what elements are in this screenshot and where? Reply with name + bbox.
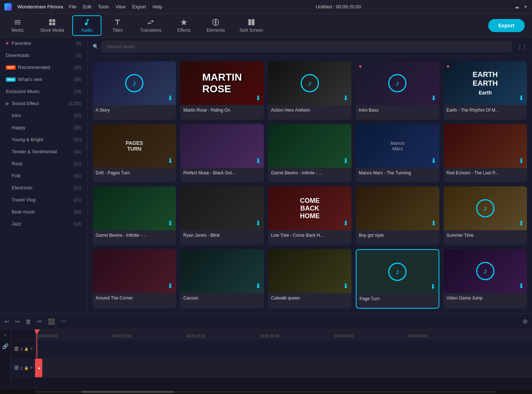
download-icon[interactable]: ⬇ (518, 94, 524, 102)
add-track-icon[interactable]: + (4, 332, 7, 338)
audio-tab[interactable]: Audio (72, 15, 101, 36)
menu-edit[interactable]: Edit (83, 4, 91, 9)
download-icon[interactable]: ⬇ (430, 283, 436, 291)
media-tab[interactable]: Media (3, 16, 32, 35)
menu-help[interactable]: Help (153, 4, 162, 9)
download-icon[interactable]: ⬇ (255, 219, 261, 227)
audio-card-summer[interactable]: ♪⬇Summer Time (444, 186, 527, 245)
sidebar-item-young-bright[interactable]: Young & Bright (41) (0, 134, 87, 146)
track-3-lock-icon[interactable]: 🔒 (24, 347, 28, 351)
audio-card-around[interactable]: ⬇Around The Corner (93, 249, 176, 309)
timeline-settings-button[interactable]: ⚙ (523, 318, 528, 325)
download-icon[interactable]: ⬇ (167, 94, 173, 102)
settings-icon[interactable]: ✦ (524, 4, 528, 9)
sidebar-item-whats-new[interactable]: New What's new (59) (0, 73, 87, 85)
sidebar-item-exclusive[interactable]: Exclusive Music (19) (0, 85, 87, 97)
download-icon[interactable]: ⬇ (431, 157, 436, 165)
menu-file[interactable]: File (69, 4, 77, 9)
sidebar-item-beat[interactable]: Beat music (20) (0, 206, 87, 218)
redo-button[interactable]: ↪ (15, 318, 20, 325)
download-icon[interactable]: ⬇ (167, 219, 173, 227)
search-input[interactable] (101, 41, 512, 52)
grid-toggle-icon[interactable]: ⋮⋮ (517, 44, 527, 49)
sidebar-item-folk[interactable]: Folk (31) (0, 170, 87, 182)
sidebar-item-travel[interactable]: Travel Vlog (21) (0, 194, 87, 206)
audio-card-martin[interactable]: MARTINROSE⬇Martin Rose - Riding On (180, 61, 263, 120)
audio-card-garret[interactable]: ⬇Garret Bevins - Infinite - ... (268, 124, 351, 182)
track-2-num: 2 (20, 366, 23, 370)
download-icon[interactable]: ⬇ (518, 282, 524, 290)
track-3-eye-icon[interactable]: 👁 (30, 347, 34, 351)
audio-card-lowtree[interactable]: COMEBACKHOME⬇Low Tree - Come Back H... (268, 186, 351, 245)
download-icon[interactable]: ⬇ (343, 94, 348, 102)
audio-card-redechoes[interactable]: ⬇Red Echoes - The Last P... (444, 124, 527, 182)
effects-tab[interactable]: Effects (169, 16, 198, 35)
delete-button[interactable]: 🗑 (26, 318, 31, 325)
sidebar-item-sound-effect[interactable]: ▶ Sound Effect (1105) (0, 97, 87, 109)
sidebar-collapse-button[interactable]: ◀ (86, 143, 88, 151)
sidebar-item-jazz[interactable]: Jazz (13) (0, 218, 87, 230)
svg-rect-3 (53, 22, 55, 25)
track-row-3[interactable] (35, 340, 532, 359)
audio-card-cacoun[interactable]: ⬇Cacoun (180, 249, 263, 309)
titles-tab[interactable]: Titles (103, 16, 132, 35)
transitions-tab[interactable]: Transitions (134, 16, 168, 35)
audio-card-earth[interactable]: EARTHEARTHEarth♥⬇Earth - The Rhythm Of M… (444, 61, 527, 120)
sidebar-item-intro[interactable]: Intro (22) (0, 109, 87, 121)
split-screen-tab[interactable]: Split Screen (233, 16, 270, 35)
export-button[interactable]: Export (488, 19, 525, 32)
link-icon[interactable]: 🔗 (2, 343, 8, 349)
audio-card-perfectmuse[interactable]: ⬇Perfect Muse - Black Gol... (180, 124, 263, 182)
sidebar-item-electronic[interactable]: Electronic (21) (0, 182, 87, 194)
menu-export[interactable]: Export (132, 4, 146, 9)
download-icon[interactable]: ⬇ (343, 282, 348, 290)
download-icon[interactable]: ⬇ (255, 282, 261, 290)
sidebar-item-happy[interactable]: Happy (35) (0, 121, 87, 134)
sidebar-item-tender[interactable]: Tender & Sentimental (34) (0, 146, 87, 158)
sidebar-item-rock[interactable]: Rock (21) (0, 158, 87, 170)
audio-card-manos[interactable]: ManosMars⬇Manos Mars - The Tunning (356, 124, 439, 182)
color-button[interactable]: ⬛ (48, 318, 55, 325)
audio-card-label: Action Hero Anthem (268, 105, 351, 115)
cloud-icon[interactable]: ☁ (514, 4, 519, 9)
menu-tools[interactable]: Tools (98, 4, 109, 9)
audio-card-label: Summer Time (444, 230, 527, 240)
audio-card-action[interactable]: ♪⬇Action Hero Anthem (268, 61, 351, 120)
sidebar-item-favorites[interactable]: ♥ Favorites (0) (0, 37, 87, 49)
audio-card-videogame[interactable]: ♪⬇Video Game Jump (444, 249, 527, 309)
audio-card-boy[interactable]: ⬇Boy got style (356, 186, 439, 245)
audio-card-garret2[interactable]: ⬇Garret Bevins - Infinite - ... (93, 186, 176, 245)
track-row-2[interactable]: ◀ (35, 359, 532, 378)
audio-settings-button[interactable]: 〰 (61, 318, 67, 325)
sidebar-item-recommended[interactable]: HOT Recommended (30) (0, 61, 87, 73)
undo-button[interactable]: ↩ (4, 318, 9, 325)
download-icon[interactable]: ⬇ (343, 157, 348, 165)
download-icon[interactable]: ⬇ (431, 94, 436, 102)
audio-card-pagesturn[interactable]: PAGESTURN⬇Drift - Pages Turn (93, 124, 176, 182)
toolbar: Media Stock Media Audio Titles Transitio… (0, 14, 532, 37)
scrollbar-thumb[interactable] (81, 391, 174, 393)
sidebar-count-travel: (21) (74, 197, 81, 202)
download-icon[interactable]: ⬇ (343, 219, 348, 227)
track-2-eye-icon[interactable]: 👁 (30, 366, 34, 370)
download-icon[interactable]: ⬇ (255, 94, 261, 102)
elements-tab[interactable]: Elements (200, 16, 231, 35)
menu-view[interactable]: View (115, 4, 126, 9)
audio-card-catwalk[interactable]: ⬇Catwalk queen (268, 249, 351, 309)
sidebar-item-downloads[interactable]: Downloads (3) (0, 49, 87, 61)
download-icon[interactable]: ⬇ (518, 157, 524, 165)
audio-card-ryan[interactable]: ⬇Ryan Jones - Blink (180, 186, 263, 245)
stock-media-tab[interactable]: Stock Media (34, 16, 71, 35)
download-icon[interactable]: ⬇ (255, 157, 261, 165)
audio-card-label: Garret Bevins - Infinite - ... (93, 230, 176, 240)
download-icon[interactable]: ⬇ (518, 219, 524, 227)
cut-button[interactable]: ✂ (37, 318, 42, 325)
audio-card-pageturn2[interactable]: ♪⬇Page Turn (356, 249, 439, 309)
track-2-lock-icon[interactable]: 🔒 (24, 366, 28, 370)
download-icon[interactable]: ⬇ (431, 219, 436, 227)
sidebar: ♥ Favorites (0) Downloads (3) HOT Recomm… (0, 37, 88, 314)
download-icon[interactable]: ⬇ (167, 282, 173, 290)
audio-card-intro[interactable]: ♪♥⬇Intro Bass (356, 61, 439, 120)
audio-card-story[interactable]: ♪⬇A Story (93, 61, 176, 120)
download-icon[interactable]: ⬇ (167, 157, 173, 165)
